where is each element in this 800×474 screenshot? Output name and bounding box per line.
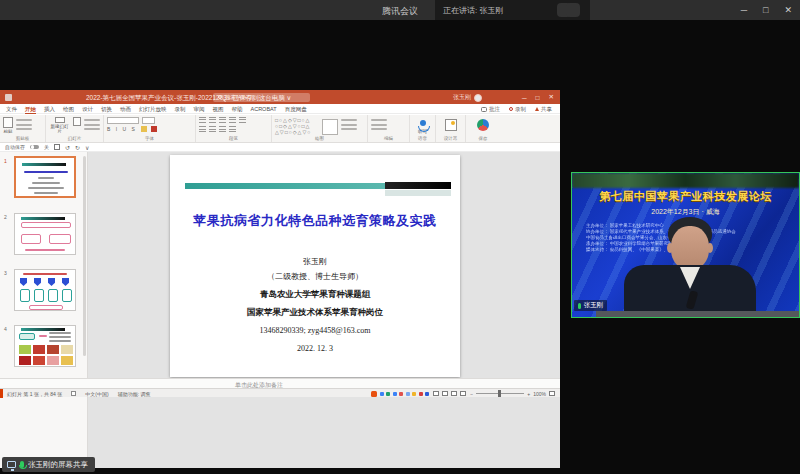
speaker-video-tile[interactable]: 第七届中国苹果产业科技发展论坛 2022年12月3日 · 威海 主办单位： 国家… bbox=[571, 172, 800, 318]
shape-format-buttons[interactable] bbox=[341, 117, 357, 134]
slide-org-line-1: 青岛农业大学苹果育种课题组 bbox=[170, 289, 460, 301]
tray-icon-3[interactable] bbox=[386, 392, 390, 396]
undo-icon[interactable]: ↺ bbox=[65, 144, 70, 151]
tab-design[interactable]: 设计 bbox=[82, 104, 93, 114]
ribbon-quick-actions: 批注 录制 共享 bbox=[481, 104, 552, 114]
save-icon[interactable] bbox=[54, 144, 60, 150]
thumbnail-number: 1 bbox=[4, 158, 7, 164]
slide-sorter-icon[interactable] bbox=[442, 391, 448, 396]
qat-chevron-icon[interactable]: ∨ bbox=[85, 144, 89, 151]
ppt-minimize-icon[interactable]: ─ bbox=[522, 94, 527, 101]
account-name: 张玉刚 bbox=[453, 93, 471, 102]
tray-icon-2[interactable] bbox=[380, 392, 384, 396]
tray-icon-5[interactable] bbox=[399, 392, 403, 396]
baidu-pan-save-icon[interactable] bbox=[477, 119, 489, 131]
backdrop-title: 第七届中国苹果产业科技发展论坛 bbox=[572, 189, 799, 204]
zoom-slider-thumb[interactable] bbox=[498, 390, 501, 397]
new-slide-icon bbox=[55, 117, 65, 123]
tab-acrobat[interactable]: ACROBAT bbox=[251, 104, 277, 114]
editing-group: 编辑 bbox=[368, 115, 410, 142]
zoom-slider[interactable] bbox=[476, 393, 524, 394]
slide-dark-bar bbox=[385, 182, 451, 189]
accessibility-label[interactable]: 辅助功能: 调查 bbox=[118, 391, 151, 397]
tab-record[interactable]: 录制 bbox=[175, 104, 186, 114]
font-name-select[interactable] bbox=[107, 117, 139, 124]
tab-review[interactable]: 审阅 bbox=[194, 104, 205, 114]
tab-animations[interactable]: 动画 bbox=[120, 104, 131, 114]
dictate-icon[interactable] bbox=[420, 120, 426, 126]
zoom-level[interactable]: 100% bbox=[533, 391, 546, 397]
slide-canvas: 苹果抗病省力化特色品种选育策略及实践 张玉刚 （二级教授、博士生导师） 青岛农业… bbox=[88, 152, 560, 468]
ppt-close-icon[interactable]: ✕ bbox=[549, 93, 554, 101]
slide-editing-area[interactable]: 苹果抗病省力化特色品种选育策略及实践 张玉刚 （二级教授、博士生导师） 青岛农业… bbox=[170, 155, 460, 377]
tab-view[interactable]: 视图 bbox=[213, 104, 224, 114]
share-button[interactable]: 共享 bbox=[535, 106, 552, 113]
thumbnail-number: 3 bbox=[4, 270, 7, 276]
font-style-buttons[interactable]: B I U S bbox=[107, 126, 137, 132]
share-icon bbox=[535, 107, 539, 111]
tab-draw[interactable]: 绘图 bbox=[63, 104, 74, 114]
paste-button[interactable]: 粘贴 bbox=[3, 117, 13, 134]
tab-transitions[interactable]: 切换 bbox=[101, 104, 112, 114]
tab-home[interactable]: 开始 bbox=[25, 104, 36, 114]
thumbnail-slide-3[interactable] bbox=[14, 269, 76, 311]
tray-icon-7[interactable] bbox=[412, 392, 416, 396]
redo-icon[interactable]: ↻ bbox=[75, 144, 80, 151]
close-icon[interactable]: ✕ bbox=[784, 5, 792, 15]
tab-baidu-pan[interactable]: 百度网盘 bbox=[285, 104, 307, 114]
fit-to-window-icon[interactable] bbox=[549, 391, 555, 396]
list-buttons[interactable] bbox=[199, 117, 268, 123]
quick-styles-button[interactable] bbox=[322, 119, 338, 135]
view-mode-buttons[interactable] bbox=[433, 391, 466, 396]
new-slide-button[interactable]: 新建幻灯片 bbox=[49, 117, 70, 134]
maximize-icon[interactable]: □ bbox=[763, 5, 768, 15]
quick-access-toolbar: 自动保存 关 ↺ ↻ ∨ bbox=[0, 143, 560, 152]
slides-small-buttons[interactable] bbox=[84, 117, 100, 134]
account-area[interactable]: 张玉刚 bbox=[453, 93, 482, 102]
ppt-window-controls: ─ □ ✕ bbox=[522, 90, 554, 104]
record-button[interactable]: 录制 bbox=[509, 106, 526, 113]
designer-icon[interactable] bbox=[445, 119, 457, 131]
spellcheck-icon[interactable] bbox=[71, 391, 76, 396]
ribbon-tab-row: 文件 开始 插入 绘图 设计 切换 动画 幻灯片放映 录制 审阅 视图 帮助 A… bbox=[0, 104, 560, 114]
tray-icon-6[interactable] bbox=[406, 392, 410, 396]
reuse-slides-button[interactable] bbox=[73, 117, 81, 134]
normal-view-icon[interactable] bbox=[433, 391, 439, 396]
drawing-group: □○△◇▽□○△○□◇△▽○□△△▽□○◇△▽○ 绘图 bbox=[272, 115, 368, 142]
tab-slideshow[interactable]: 幻灯片放映 bbox=[139, 104, 167, 114]
notes-pane[interactable]: 单击此处添加备注 bbox=[0, 378, 560, 388]
ppt-maximize-icon[interactable]: □ bbox=[536, 94, 540, 101]
clipboard-small-buttons[interactable] bbox=[16, 117, 32, 134]
tray-icon-9[interactable] bbox=[425, 392, 429, 396]
font-color-button[interactable] bbox=[151, 126, 157, 132]
tab-help[interactable]: 帮助 bbox=[232, 104, 243, 114]
editing-buttons[interactable] bbox=[371, 117, 387, 134]
font-size-select[interactable] bbox=[142, 117, 155, 124]
autosave-toggle[interactable] bbox=[30, 145, 39, 150]
slideshow-icon[interactable] bbox=[460, 391, 466, 396]
zoom-in-icon[interactable]: + bbox=[527, 391, 530, 397]
thumbnail-slide-4[interactable] bbox=[14, 325, 76, 367]
comments-button[interactable]: 批注 bbox=[481, 106, 500, 113]
speaker-face bbox=[671, 226, 709, 270]
tab-file[interactable]: 文件 bbox=[6, 104, 17, 114]
shapes-gallery[interactable]: □○△◇▽□○△○□◇△▽○□△△▽□○◇△▽○ bbox=[275, 117, 319, 134]
tray-icon-1[interactable] bbox=[371, 391, 377, 397]
tray-icons[interactable] bbox=[371, 391, 429, 397]
thumbnail-slide-2[interactable] bbox=[14, 213, 76, 255]
tray-icon-8[interactable] bbox=[419, 392, 423, 396]
zoom-out-icon[interactable]: − bbox=[470, 391, 473, 397]
thumbnail-scrollbar[interactable] bbox=[83, 156, 86, 356]
minimize-icon[interactable]: ─ bbox=[741, 5, 747, 15]
highlight-color-button[interactable] bbox=[141, 126, 147, 132]
tab-insert[interactable]: 插入 bbox=[44, 104, 55, 114]
autosave-state: 关 bbox=[44, 144, 49, 150]
align-buttons[interactable] bbox=[199, 126, 268, 132]
screen-share-icon bbox=[7, 461, 16, 468]
tray-icon-4[interactable] bbox=[393, 392, 397, 396]
language-label[interactable]: 中文(中国) bbox=[85, 391, 108, 397]
reading-view-icon[interactable] bbox=[451, 391, 457, 396]
search-input[interactable]: 搜索(Alt+Q) bbox=[213, 93, 310, 102]
thumbnail-slide-1[interactable] bbox=[14, 156, 76, 198]
search-icon bbox=[218, 95, 222, 99]
